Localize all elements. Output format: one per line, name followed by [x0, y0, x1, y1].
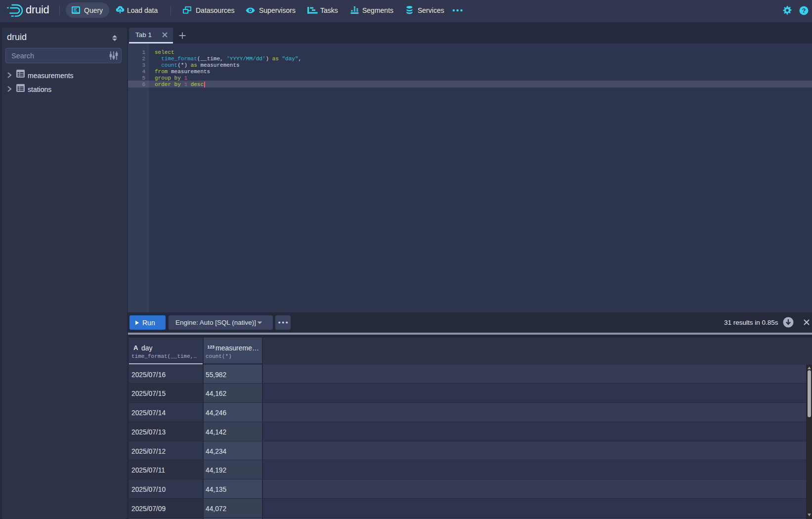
svg-text:?: ?	[802, 7, 806, 14]
